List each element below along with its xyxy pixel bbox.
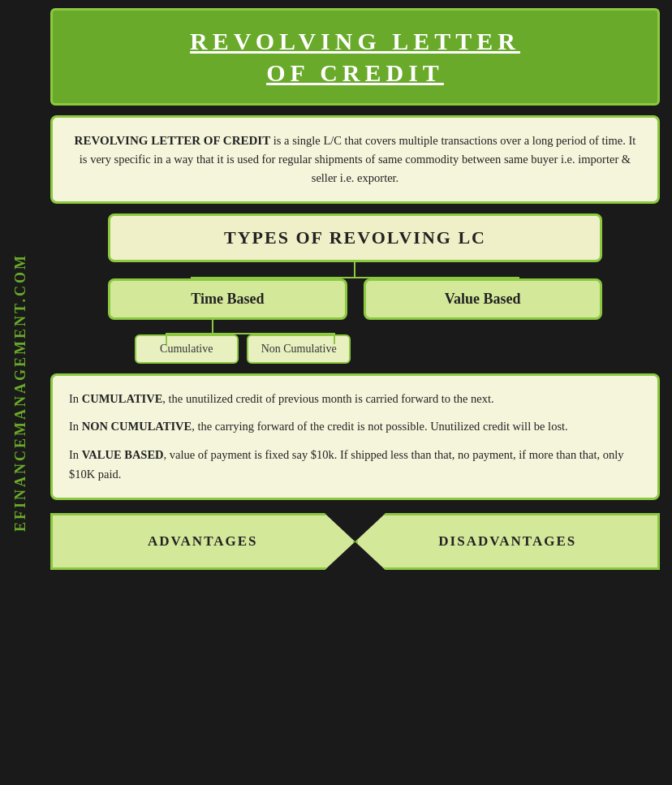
branch-level: Time Based Value Based [81,278,630,320]
types-container: TYPES OF REVOLVING LC Time Based Value B… [81,214,630,364]
adv-disadv-section: ADVANTAGES DISADVANTAGES [50,513,660,570]
sub-vert-left [166,333,167,344]
disadvantages-label: DISADVANTAGES [438,533,576,550]
time-based-box: Time Based [108,278,347,320]
advantages-arrow: ADVANTAGES [50,513,355,570]
cumulative-box: Cumulative [135,334,239,364]
sub-vert-right [334,333,335,344]
sub-tree-container: Cumulative Non Cumulative [81,320,630,364]
sub-vert-main [212,320,213,333]
sub-horiz-line [166,333,336,334]
connector-vert-main [354,262,355,277]
description-value-based: In VALUE BASED, value of payment is fixe… [69,445,641,485]
header-box: REVOLVING LETTER OF CREDIT [50,8,660,106]
description-box: In CUMULATIVE, the unutilized credit of … [50,373,660,501]
sidebar: efinancemanagement.com [0,0,42,785]
disadvantages-arrow: DISADVANTAGES [355,513,661,570]
sidebar-label: efinancemanagement.com [13,253,30,532]
types-main-box: TYPES OF REVOLVING LC [108,214,601,262]
value-based-box: Value Based [364,278,602,320]
description-cumulative: In CUMULATIVE, the unutilized credit of … [69,389,641,409]
types-main-level: TYPES OF REVOLVING LC [81,214,630,262]
definition-bold: REVOLVING LETTER OF CREDIT [75,134,271,147]
advantages-label: ADVANTAGES [148,533,258,550]
definition-box: REVOLVING LETTER OF CREDIT is a single L… [50,115,660,204]
page-title: REVOLVING LETTER OF CREDIT [69,25,641,88]
description-non-cumulative: In NON CUMULATIVE, the carrying forward … [69,416,641,437]
